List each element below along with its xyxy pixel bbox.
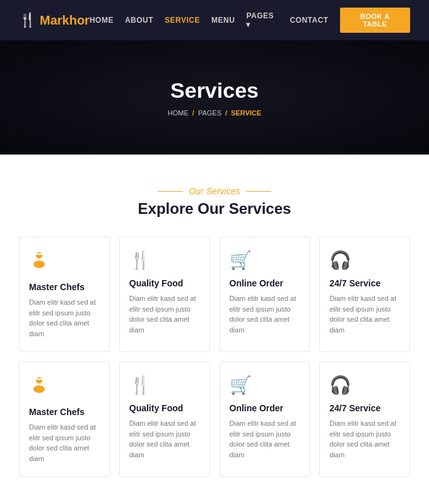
service-desc-6: Diam elitr kasd sed at elitr sed ipsum j… <box>129 418 200 460</box>
service-desc-8: Diam elitr kasd sed at elitr sed ipsum j… <box>329 418 400 460</box>
service-card-4: 🎧 24/7 Service Diam elitr kasd sed at el… <box>319 237 410 352</box>
breadcrumb: HOME / PAGES / SERVICE <box>168 109 261 117</box>
chef-icon-1 <box>29 250 100 274</box>
breadcrumb-home[interactable]: HOME <box>168 109 189 117</box>
services-grid-row2: Master Chefs Diam elitr kasd sed at elit… <box>19 361 410 477</box>
headset-icon-2: 🎧 <box>329 375 400 396</box>
nav-service[interactable]: SERVICE <box>165 16 200 25</box>
service-name-5: Master Chefs <box>29 407 100 417</box>
service-card-7: 🛒 Online Order Diam elitr kasd sed at el… <box>220 361 310 477</box>
service-name-1: Master Chefs <box>29 282 100 292</box>
service-card-2: 🍴 Quality Food Diam elitr kasd sed at el… <box>119 237 210 352</box>
service-card-8: 🎧 24/7 Service Diam elitr kasd sed at el… <box>319 361 410 477</box>
nav-home[interactable]: HOME <box>90 16 114 25</box>
book-table-button[interactable]: BOOK A TABLE <box>340 8 410 33</box>
svg-point-1 <box>33 261 45 268</box>
service-desc-3: Diam elitr kasd sed at elitr sed ipsum j… <box>230 293 300 335</box>
nav-about[interactable]: ABOUT <box>125 16 153 25</box>
svg-rect-2 <box>36 254 42 255</box>
order-icon-1: 🛒 <box>230 250 300 271</box>
service-name-2: Quality Food <box>129 278 200 288</box>
header: 🍴 Markhor HOME ABOUT SERVICE MENU PAGES … <box>0 0 429 40</box>
service-desc-7: Diam elitr kasd sed at elitr sed ipsum j… <box>230 418 300 460</box>
service-desc-2: Diam elitr kasd sed at elitr sed ipsum j… <box>129 293 200 335</box>
breadcrumb-pages[interactable]: PAGES <box>198 109 221 117</box>
service-card-6: 🍴 Quality Food Diam elitr kasd sed at el… <box>119 361 210 477</box>
service-name-3: Online Order <box>230 278 300 288</box>
service-card-5: Master Chefs Diam elitr kasd sed at elit… <box>19 361 110 477</box>
food-icon-1: 🍴 <box>129 250 200 271</box>
nav-menu[interactable]: MENU <box>211 16 235 25</box>
logo-icon: 🍴 <box>19 12 36 28</box>
headset-icon-1: 🎧 <box>329 250 400 271</box>
breadcrumb-sep1: / <box>192 109 194 117</box>
svg-point-3 <box>36 377 42 384</box>
service-name-4: 24/7 Service <box>329 278 400 288</box>
logo[interactable]: 🍴 Markhor <box>19 12 90 28</box>
hero-section: Services HOME / PAGES / SERVICE <box>0 40 429 155</box>
service-card-1: Master Chefs Diam elitr kasd sed at elit… <box>19 237 110 352</box>
service-desc-4: Diam elitr kasd sed at elitr sed ipsum j… <box>329 293 400 335</box>
section-subtitle: Our Services <box>19 186 410 196</box>
svg-point-0 <box>36 252 42 259</box>
hero-title: Services <box>168 78 261 103</box>
service-name-7: Online Order <box>230 403 300 413</box>
nav-contact[interactable]: CONTACT <box>290 16 328 25</box>
service-card-3: 🛒 Online Order Diam elitr kasd sed at el… <box>220 237 310 352</box>
hero-content: Services HOME / PAGES / SERVICE <box>168 78 261 117</box>
service-name-6: Quality Food <box>129 403 200 413</box>
section-title: Explore Our Services <box>19 200 410 218</box>
service-desc-1: Diam elitr kasd sed at elitr sed ipsum j… <box>29 297 100 339</box>
svg-rect-5 <box>36 378 42 380</box>
breadcrumb-current: SERVICE <box>231 109 261 117</box>
order-icon-2: 🛒 <box>230 375 300 396</box>
chef-icon-2 <box>29 375 100 399</box>
services-section: Our Services Explore Our Services Master… <box>0 155 429 504</box>
main-nav: HOME ABOUT SERVICE MENU PAGES ▾ CONTACT … <box>90 8 410 33</box>
breadcrumb-sep2: / <box>225 109 227 117</box>
svg-point-4 <box>33 385 45 393</box>
service-desc-5: Diam elitr kasd sed at elitr sed ipsum j… <box>29 422 100 464</box>
logo-text: Markhor <box>40 13 90 28</box>
service-name-8: 24/7 Service <box>329 403 400 413</box>
nav-pages[interactable]: PAGES ▾ <box>246 11 278 29</box>
services-grid-row1: Master Chefs Diam elitr kasd sed at elit… <box>19 237 410 352</box>
food-icon-2: 🍴 <box>129 375 200 396</box>
